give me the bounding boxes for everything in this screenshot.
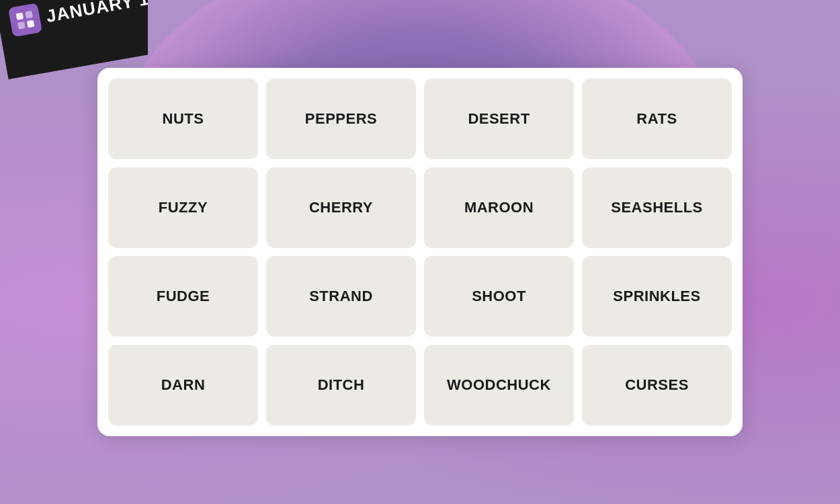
word-card[interactable]: PEPPERS (266, 79, 416, 159)
word-card[interactable]: DESERT (424, 79, 574, 159)
word-card[interactable]: NUTS (108, 79, 258, 159)
word-label: DITCH (318, 376, 365, 394)
word-label: CURSES (625, 376, 689, 394)
word-card[interactable]: SEASHELLS (582, 167, 732, 248)
svg-rect-3 (27, 20, 35, 28)
word-label: SEASHELLS (611, 199, 703, 216)
word-label: MAROON (464, 199, 534, 216)
word-label: DARN (161, 376, 206, 394)
svg-rect-2 (17, 22, 26, 30)
word-label: SHOOT (472, 288, 526, 305)
word-card[interactable]: CHERRY (266, 167, 416, 248)
game-board: NUTSPEPPERSDESERTRATSFUZZYCHERRYMAROONSE… (97, 68, 743, 436)
app-icon (8, 3, 42, 37)
word-card[interactable]: FUDGE (108, 256, 258, 337)
word-card[interactable]: WOODCHUCK (424, 345, 574, 425)
word-label: CHERRY (309, 199, 373, 216)
word-label: RATS (636, 110, 677, 128)
word-label: DESERT (468, 110, 530, 128)
word-card[interactable]: SPRINKLES (582, 256, 732, 337)
word-card[interactable]: DARN (108, 345, 258, 425)
svg-rect-0 (16, 12, 24, 20)
word-card[interactable]: SHOOT (424, 256, 574, 337)
word-card[interactable]: DITCH (266, 345, 416, 425)
word-card[interactable]: STRAND (266, 256, 416, 337)
word-card[interactable]: RATS (582, 79, 732, 159)
word-label: WOODCHUCK (447, 376, 551, 394)
word-label: NUTS (163, 110, 204, 128)
word-card[interactable]: MAROON (424, 167, 574, 248)
word-label: SPRINKLES (613, 288, 700, 305)
date-banner: JANUARY 19 (0, 0, 148, 81)
word-label: FUZZY (159, 199, 208, 216)
word-label: STRAND (309, 288, 373, 305)
svg-rect-1 (25, 11, 33, 19)
word-card[interactable]: CURSES (582, 345, 732, 425)
word-card[interactable]: FUZZY (108, 167, 258, 248)
word-label: FUDGE (157, 288, 210, 305)
word-label: PEPPERS (305, 110, 377, 128)
word-grid: NUTSPEPPERSDESERTRATSFUZZYCHERRYMAROONSE… (108, 79, 732, 425)
